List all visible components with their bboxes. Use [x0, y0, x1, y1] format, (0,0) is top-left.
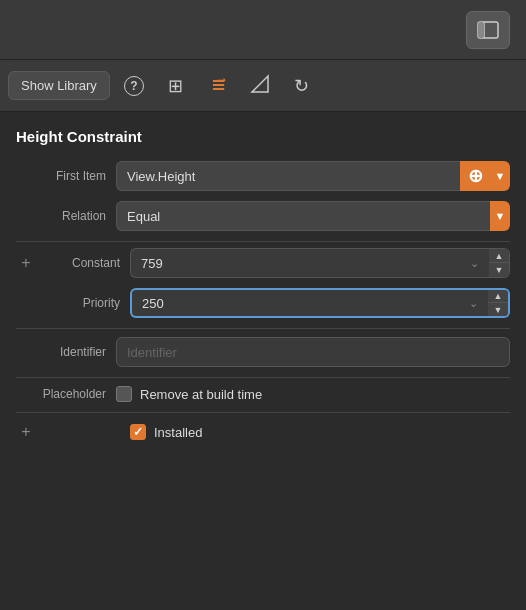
filter-button[interactable]: ≡⃗ — [200, 70, 236, 102]
first-item-arrow[interactable]: ▼ — [490, 161, 510, 191]
first-item-field-container: View.Height ⊕ ▼ — [116, 161, 510, 191]
constant-decrement-button[interactable]: ▼ — [489, 263, 509, 277]
triangle-button[interactable] — [242, 70, 278, 102]
relation-value: Equal — [127, 209, 480, 224]
first-item-label: First Item — [16, 169, 106, 183]
constant-stepper: ▲ ▼ — [489, 248, 510, 278]
divider-3 — [16, 377, 510, 378]
inspector-button[interactable]: ⊞ — [158, 70, 194, 102]
top-bar — [0, 0, 526, 60]
help-icon: ? — [124, 76, 144, 96]
priority-decrement-button[interactable]: ▼ — [488, 303, 508, 316]
sidebar-toggle-icon — [477, 19, 499, 41]
identifier-row: Identifier Identifier — [16, 337, 510, 367]
installed-checkbox-area: ✓ Installed — [130, 424, 202, 440]
help-button[interactable]: ? — [116, 70, 152, 102]
divider-1 — [16, 241, 510, 242]
priority-field[interactable]: 250 ⌄ — [130, 288, 488, 318]
triangle-icon — [250, 74, 270, 98]
priority-value: 250 — [142, 296, 164, 311]
priority-chevron: ⌄ — [469, 297, 478, 310]
identifier-field-container: Identifier — [116, 337, 510, 367]
priority-stepper: ▲ ▼ — [488, 288, 510, 318]
priority-increment-button[interactable]: ▲ — [488, 290, 508, 303]
placeholder-checkbox-area: Remove at build time — [116, 386, 262, 402]
priority-row: + Priority 250 ⌄ ▲ ▼ — [16, 288, 510, 318]
refresh-button[interactable]: ↻ — [284, 70, 320, 102]
svg-marker-3 — [252, 76, 268, 92]
section-title: Height Constraint — [16, 128, 510, 145]
content-area: Height Constraint First Item View.Height… — [0, 112, 526, 441]
relation-field-container: Equal ▼ — [116, 201, 510, 231]
constant-value: 759 — [141, 256, 163, 271]
constant-chevron: ⌄ — [470, 257, 479, 270]
placeholder-checkbox[interactable] — [116, 386, 132, 402]
chevron-down-icon: ▼ — [495, 170, 506, 182]
placeholder-label: Placeholder — [16, 387, 106, 401]
constant-field-wrap: 759 ⌄ ▲ ▼ — [130, 248, 510, 278]
priority-field-wrap: 250 ⌄ ▲ ▼ — [130, 288, 510, 318]
installed-label: Installed — [154, 425, 202, 440]
constant-increment-button[interactable]: ▲ — [489, 249, 509, 263]
identifier-input[interactable]: Identifier — [116, 337, 510, 367]
chevron-down-icon-relation: ▼ — [495, 210, 506, 222]
divider-2 — [16, 328, 510, 329]
sidebar-toggle-button[interactable] — [466, 11, 510, 49]
identifier-placeholder: Identifier — [127, 345, 177, 360]
constant-row: + Constant 759 ⌄ ▲ ▼ — [16, 248, 510, 278]
placeholder-checkbox-label: Remove at build time — [140, 387, 262, 402]
relation-arrow[interactable]: ▼ — [490, 201, 510, 231]
filter-icon: ≡⃗ — [211, 75, 225, 97]
refresh-icon: ↻ — [294, 75, 309, 97]
plus-circle-icon: ⊕ — [468, 165, 483, 187]
first-item-value: View.Height — [127, 169, 450, 184]
svg-rect-2 — [478, 22, 484, 38]
first-item-dropdown[interactable]: View.Height — [116, 161, 460, 191]
identifier-label: Identifier — [16, 345, 106, 359]
placeholder-field-container: Remove at build time — [116, 386, 510, 402]
constant-field[interactable]: 759 ⌄ — [130, 248, 489, 278]
show-library-button[interactable]: Show Library — [8, 71, 110, 100]
checkmark-icon: ✓ — [133, 425, 143, 439]
installed-row: + ✓ Installed — [16, 423, 510, 441]
relation-dropdown[interactable]: Equal — [116, 201, 490, 231]
first-item-plus-button[interactable]: ⊕ — [460, 161, 490, 191]
divider-4 — [16, 412, 510, 413]
installed-plus-icon[interactable]: + — [16, 423, 36, 441]
first-item-row: First Item View.Height ⊕ ▼ — [16, 161, 510, 191]
constant-label: Constant — [40, 256, 120, 270]
priority-label: Priority — [40, 296, 120, 310]
toolbar: Show Library ? ⊞ ≡⃗ ↻ — [0, 60, 526, 112]
form-area: First Item View.Height ⊕ ▼ Relation Equa… — [16, 161, 510, 441]
placeholder-row: Placeholder Remove at build time — [16, 386, 510, 402]
relation-label: Relation — [16, 209, 106, 223]
inspector-icon: ⊞ — [168, 75, 183, 97]
installed-checkbox[interactable]: ✓ — [130, 424, 146, 440]
relation-row: Relation Equal ▼ — [16, 201, 510, 231]
constant-plus-icon[interactable]: + — [16, 254, 36, 272]
